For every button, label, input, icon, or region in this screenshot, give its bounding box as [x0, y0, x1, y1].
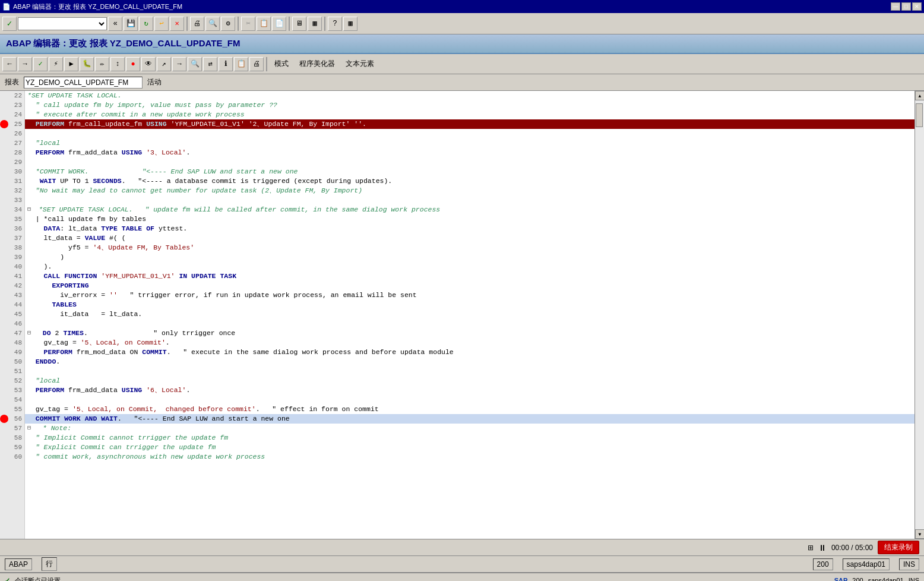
code-line-34[interactable]: ⊟ *SET UPDATE TASK LOCAL. " update fm wi… — [25, 205, 914, 214]
code-line-25[interactable]: PERFORM frm_call_update_fm USING 'YFM_UP… — [25, 119, 914, 129]
code-line-27[interactable]: "local — [25, 138, 914, 148]
code-line-60[interactable]: " commit work, asynchronous with new upd… — [25, 452, 914, 462]
code-line-59[interactable]: " Explicit Commit can trrigger the updat… — [25, 443, 914, 452]
settings-button[interactable]: ⚙ — [221, 17, 235, 31]
code-line-42[interactable]: EXPORTING — [25, 281, 914, 290]
code-line-29[interactable] — [25, 157, 914, 167]
code-line-41[interactable]: CALL FUNCTION 'YFM_UPDATE_01_V1' IN UPDA… — [25, 271, 914, 281]
line-number-56: 56 — [0, 414, 24, 424]
step-over-button[interactable]: → — [172, 57, 186, 71]
code-line-43[interactable]: iv_errorx = '' " trrigger error, if run … — [25, 290, 914, 300]
code-line-37[interactable]: lt_data = VALUE #( ( — [25, 233, 914, 243]
maximize-button[interactable]: □ — [901, 2, 911, 11]
code-line-39[interactable]: ) — [25, 252, 914, 262]
debug-button[interactable]: 🐛 — [80, 57, 94, 71]
code-line-38[interactable]: yf5 = '4、Update FM, By Tables' — [25, 243, 914, 252]
grid-button[interactable]: ▦ — [308, 17, 322, 31]
code-line-33[interactable] — [25, 195, 914, 205]
back-button[interactable]: ← — [2, 57, 17, 71]
code-line-58[interactable]: " Implicit Commit cannot trrigger the up… — [25, 433, 914, 443]
forward-button[interactable]: → — [18, 57, 32, 71]
code-line-46[interactable] — [25, 319, 914, 329]
scroll-down-button[interactable]: ▼ — [915, 529, 924, 539]
code-line-47[interactable]: ⊟ DO 2 TIMES. " only trrigger once — [25, 329, 914, 338]
code-text: ENDDO. — [27, 357, 60, 367]
close-button[interactable]: ✕ — [912, 2, 922, 11]
watchpoint-button[interactable]: 👁 — [141, 57, 156, 71]
print2-button[interactable]: 🖨 — [249, 57, 264, 71]
fold-icon[interactable]: ⊟ — [27, 205, 34, 214]
code-line-40[interactable]: ). — [25, 262, 914, 271]
stop-button[interactable]: ✕ — [170, 17, 184, 31]
green-check-button[interactable]: ✓ — [2, 17, 17, 31]
print-button[interactable]: 🖨 — [190, 17, 204, 31]
scroll-thumb[interactable] — [916, 103, 923, 127]
fold-icon[interactable]: ⊟ — [27, 329, 34, 338]
replace-button[interactable]: ⇄ — [203, 57, 217, 71]
code-line-44[interactable]: TABLES — [25, 300, 914, 310]
code-line-52[interactable]: "local — [25, 376, 914, 386]
scroll-up-button[interactable]: ▲ — [915, 91, 924, 100]
code-line-26[interactable] — [25, 129, 914, 138]
edit-button[interactable]: ✏ — [95, 57, 109, 71]
code-line-55[interactable]: gv_tag = '5、Local, on Commit, changed be… — [25, 405, 914, 414]
copy-button[interactable]: 📋 — [257, 17, 271, 31]
step-button[interactable]: ↗ — [157, 57, 171, 71]
line-number-53: 53 — [0, 386, 24, 395]
server-info: saps4dap01 — [868, 577, 904, 581]
nav-back-button[interactable]: « — [108, 17, 122, 31]
code-line-24[interactable]: " execute after commit in a new update w… — [25, 110, 914, 119]
paste-button[interactable]: 📄 — [272, 17, 286, 31]
code-line-53[interactable]: PERFORM frm_add_data USING '6、Local'. — [25, 386, 914, 395]
refresh-button[interactable]: ↻ — [139, 17, 153, 31]
report-input[interactable] — [24, 77, 143, 89]
code-line-51[interactable] — [25, 367, 914, 376]
cut-button[interactable]: ✂ — [241, 17, 255, 31]
code-line-49[interactable]: PERFORM frm_mod_data ON COMMIT. " execut… — [25, 348, 914, 357]
grid-icon: ⊞ — [808, 544, 814, 552]
cursor-button[interactable]: ↕ — [110, 57, 125, 71]
find-text-button[interactable]: 🔍 — [188, 57, 202, 71]
code-line-50[interactable]: ENDDO. — [25, 357, 914, 367]
help-button[interactable]: ? — [328, 17, 342, 31]
code-line-45[interactable]: it_data = lt_data. — [25, 310, 914, 319]
line-number-22: 22 — [0, 91, 24, 100]
code-line-54[interactable] — [25, 395, 914, 405]
code-content[interactable]: *SET UPDATE TASK LOCAL. " call update fm… — [25, 91, 914, 539]
code-line-22[interactable]: *SET UPDATE TASK LOCAL. — [25, 91, 914, 100]
undo-button[interactable]: ↩ — [154, 17, 169, 31]
test-button[interactable]: ▶ — [64, 57, 78, 71]
menu-mode[interactable]: 模式 — [270, 57, 293, 71]
code-line-56[interactable]: COMMIT WORK AND WAIT. "<---- End SAP LUW… — [25, 414, 914, 424]
save-button[interactable]: 💾 — [124, 17, 138, 31]
code-line-48[interactable]: gv_tag = '5、Local, on Commit'. — [25, 338, 914, 348]
menu-text-elements[interactable]: 文本元素 — [341, 57, 379, 71]
find-button[interactable]: 🔍 — [205, 17, 220, 31]
monitor-button[interactable]: 🖥 — [292, 17, 306, 31]
toolbar-dropdown[interactable] — [18, 17, 107, 30]
line-number-45: 45 — [0, 310, 24, 319]
code-line-31[interactable]: WAIT UP TO 1 SECONDS. "<---- a database … — [25, 176, 914, 186]
info-button[interactable]: ℹ — [219, 57, 233, 71]
code-line-30[interactable]: *COMMIT WORK. "<---- End SAP LUW and sta… — [25, 167, 914, 176]
code-line-32[interactable]: "No wait may lead to cannot get number f… — [25, 186, 914, 195]
menu-beautify[interactable]: 程序美化器 — [295, 57, 340, 71]
code-line-35[interactable]: | *call update fm by tables — [25, 214, 914, 224]
fold-icon[interactable]: ⊟ — [27, 424, 34, 433]
code-text: " Implicit Commit cannot trrigger the up… — [27, 433, 228, 443]
customize-button[interactable]: ▦ — [343, 17, 357, 31]
vertical-scrollbar[interactable]: ▲ ▼ — [914, 91, 924, 539]
end-record-button[interactable]: 结束录制 — [878, 541, 919, 554]
server-status: saps4dap01 — [843, 558, 890, 570]
code-line-23[interactable]: " call update fm by import, value must p… — [25, 100, 914, 110]
code-text: " Explicit Commit can trrigger the updat… — [27, 443, 216, 452]
code-line-28[interactable]: PERFORM frm_add_data USING '3、Local'. — [25, 148, 914, 157]
minimize-button[interactable]: — — [891, 2, 900, 11]
breakpoint-button[interactable]: ● — [126, 57, 140, 71]
activate-button[interactable]: ⚡ — [49, 57, 63, 71]
code-line-36[interactable]: DATA: lt_data TYPE TABLE OF yttest. — [25, 224, 914, 233]
code-line-57[interactable]: ⊟ * Note: — [25, 424, 914, 433]
check-syntax-button[interactable]: ✓ — [33, 57, 48, 71]
scroll-track[interactable] — [915, 100, 924, 529]
pattern-button[interactable]: 📋 — [234, 57, 248, 71]
